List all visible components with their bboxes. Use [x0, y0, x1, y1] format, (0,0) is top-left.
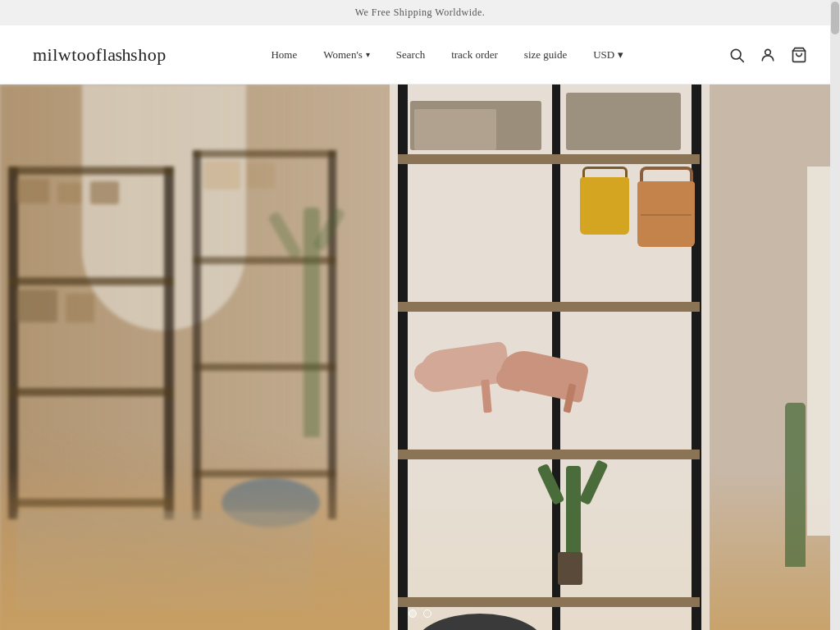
nav-links: Home Women's ▾ Search track order size g…	[167, 48, 728, 62]
header: milwtooflashshop Home Women's ▾ Search t…	[0, 25, 840, 84]
carousel-dots[interactable]	[409, 609, 431, 618]
search-icon-button[interactable]	[728, 47, 745, 63]
nav-womens-label: Women's	[323, 48, 363, 62]
svg-point-2	[765, 49, 771, 55]
currency-chevron-icon: ▾	[618, 48, 623, 62]
cart-icon-button[interactable]	[791, 47, 807, 63]
nav-icons	[728, 47, 807, 63]
nav-home[interactable]: Home	[271, 48, 297, 62]
announcement-text: We Free Shipping Worldwide.	[355, 7, 486, 18]
currency-selector[interactable]: USD ▾	[593, 48, 623, 62]
shelf-board-mid2	[398, 450, 700, 459]
scrollbar[interactable]	[830, 0, 840, 630]
main-shelf	[390, 84, 710, 630]
nav-size-guide[interactable]: size guide	[524, 48, 567, 62]
shelf-rail-right	[692, 84, 701, 630]
nav-track-order[interactable]: track order	[451, 48, 498, 62]
announcement-bar: We Free Shipping Worldwide.	[0, 0, 840, 25]
svg-line-1	[740, 57, 744, 62]
scrollbar-thumb[interactable]	[831, 2, 839, 34]
carousel-dot-1[interactable]	[409, 609, 417, 618]
nav-womens[interactable]: Women's ▾	[323, 48, 370, 62]
chevron-down-icon: ▾	[366, 50, 370, 59]
account-icon-button[interactable]	[760, 47, 776, 63]
nav-search[interactable]: Search	[396, 48, 425, 62]
right-plant	[785, 403, 806, 567]
logo[interactable]: milwtooflashshop	[33, 44, 167, 66]
currency-label: USD	[593, 48, 614, 62]
shelf-board-top	[398, 154, 700, 164]
shelf-rail-left	[398, 84, 408, 630]
hero-section	[0, 84, 840, 630]
shelf-board-bottom	[398, 597, 700, 607]
carousel-dot-2[interactable]	[423, 609, 431, 618]
